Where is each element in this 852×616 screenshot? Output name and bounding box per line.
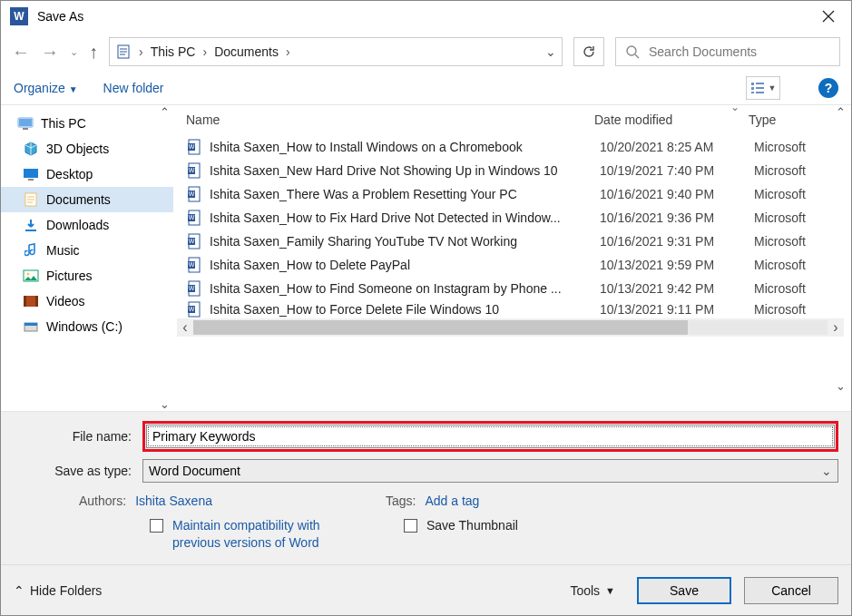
sidebar-item-videos[interactable]: Videos	[1, 288, 173, 314]
file-date: 10/16/2021 9:36 PM	[591, 210, 745, 225]
filename-input[interactable]	[146, 425, 835, 448]
recent-dropdown[interactable]: ⌄	[70, 46, 78, 58]
file-row[interactable]: WIshita Saxen_How to Fix Hard Drive Not …	[173, 206, 851, 230]
svg-rect-16	[23, 128, 28, 130]
authors-value[interactable]: Ishita Saxena	[135, 494, 212, 508]
sidebar-scroll-up[interactable]: ⌃	[157, 105, 171, 119]
sidebar-item-pictures[interactable]: Pictures	[1, 263, 173, 288]
help-button[interactable]: ?	[818, 78, 838, 98]
close-button[interactable]	[815, 3, 842, 30]
file-date: 10/19/2021 7:40 PM	[591, 163, 745, 178]
sidebar-item-label: Documents	[46, 192, 111, 207]
file-row[interactable]: WIshita Saxen_Family Sharing YouTube TV …	[173, 230, 851, 253]
file-name: Ishita Saxen_How to Delete PayPal	[210, 258, 591, 272]
chevron-right-icon: ›	[199, 44, 211, 59]
svg-rect-9	[751, 87, 754, 90]
svg-rect-27	[24, 296, 26, 307]
horizontal-scrollbar[interactable]: ‹ ›	[177, 318, 844, 337]
save-thumbnail-checkbox[interactable]	[404, 519, 417, 533]
file-row[interactable]: WIshita Saxen_How to Force Delete File W…	[173, 300, 851, 318]
folder-icon	[23, 192, 39, 207]
file-rows: WIshita Saxen_How to Install Windows on …	[173, 135, 851, 318]
file-row[interactable]: WIshita Saxen_There Was a Problem Resett…	[173, 182, 851, 206]
body-area: ⌃ ⌄ This PC3D ObjectsDesktopDocumentsDow…	[1, 104, 851, 412]
view-options-button[interactable]: ▼	[746, 76, 780, 100]
svg-text:W: W	[189, 167, 195, 173]
maintain-compat-label[interactable]: Maintain compatibility with previous ver…	[172, 517, 345, 552]
sidebar-item-documents[interactable]: Documents	[1, 187, 173, 212]
svg-text:W: W	[189, 285, 195, 291]
savetype-dropdown[interactable]: Word Document ⌄	[142, 459, 838, 483]
file-name: Ishita Saxen_There Was a Problem Resetti…	[210, 187, 591, 201]
file-row[interactable]: WIshita Saxen_How to Delete PayPal10/13/…	[173, 253, 851, 277]
chevron-down-icon: ▼	[605, 585, 615, 596]
svg-text:W: W	[189, 214, 195, 220]
file-row[interactable]: WIshita Saxen_How to Install Windows on …	[173, 135, 851, 159]
file-name: Ishita Saxen_How to Force Delete File Wi…	[210, 302, 591, 317]
file-name: Ishita Saxen_How to Fix Hard Drive Not D…	[210, 210, 591, 225]
titlebar: W Save As	[1, 1, 851, 32]
filelist-scroll-up[interactable]: ⌃	[833, 105, 847, 119]
folder-icon	[23, 243, 39, 258]
breadcrumb-this-pc[interactable]: This PC	[151, 44, 196, 59]
sidebar-item-label: Downloads	[46, 218, 109, 232]
svg-rect-30	[24, 323, 37, 326]
breadcrumb-documents[interactable]: Documents	[214, 44, 279, 59]
cancel-button[interactable]: Cancel	[744, 577, 838, 604]
forward-button[interactable]: →	[41, 42, 59, 63]
tags-label: Tags:	[386, 494, 416, 508]
word-file-icon: W	[186, 301, 202, 318]
save-thumbnail-label[interactable]: Save Thumbnail	[426, 517, 518, 534]
file-date: 10/16/2021 9:40 PM	[591, 187, 745, 201]
breadcrumb[interactable]: › This PC › Documents › ⌄	[109, 37, 563, 66]
up-button[interactable]: ↑	[89, 42, 98, 63]
organize-menu[interactable]: Organize ▼	[14, 81, 78, 95]
maintain-compat-checkbox[interactable]	[150, 519, 163, 533]
refresh-button[interactable]	[573, 37, 604, 66]
save-button[interactable]: Save	[637, 577, 731, 604]
tools-menu[interactable]: Tools ▼	[570, 583, 615, 598]
column-headers: Name Date modified⌄ Type	[173, 105, 851, 135]
chevron-down-icon: ⌄	[821, 464, 832, 478]
sidebar-item-label: Videos	[46, 294, 85, 308]
scrollbar-thumb[interactable]	[193, 320, 688, 335]
chevron-up-icon: ⌃	[14, 583, 24, 598]
folder-icon	[23, 294, 39, 308]
scroll-right-icon[interactable]: ›	[828, 319, 844, 336]
save-as-dialog: W Save As ← → ⌄ ↑ › This PC › Documents …	[0, 0, 852, 616]
list-icon	[750, 82, 765, 94]
column-type[interactable]: Type	[739, 112, 838, 127]
back-button[interactable]: ←	[12, 42, 30, 63]
column-date[interactable]: Date modified⌄	[585, 112, 739, 127]
search-box[interactable]: Search Documents	[615, 37, 840, 66]
filelist-scroll-down[interactable]: ⌄	[833, 379, 847, 393]
word-file-icon: W	[186, 233, 202, 249]
file-name: Ishita Saxen_Family Sharing YouTube TV N…	[210, 234, 591, 249]
sidebar-item-music[interactable]: Music	[1, 238, 173, 263]
word-file-icon: W	[186, 210, 202, 226]
hide-folders-button[interactable]: ⌃ Hide Folders	[14, 583, 102, 598]
svg-text:W: W	[189, 261, 195, 268]
file-type: Microsoft	[745, 281, 838, 296]
svg-text:W: W	[189, 143, 195, 150]
document-icon	[115, 44, 132, 60]
file-list-area: ⌃ ⌄ Name Date modified⌄ Type WIshita Sax…	[173, 105, 851, 411]
sidebar-scroll-down[interactable]: ⌄	[157, 397, 171, 411]
file-row[interactable]: WIshita Saxen_How to Find Someone on Ins…	[173, 277, 851, 300]
file-date: 10/13/2021 9:42 PM	[591, 281, 745, 296]
chevron-right-icon: ›	[282, 44, 294, 59]
sidebar-item-3d-objects[interactable]: 3D Objects	[1, 136, 173, 161]
scroll-left-icon[interactable]: ‹	[177, 319, 193, 336]
breadcrumb-dropdown[interactable]: ⌄	[545, 44, 556, 59]
file-row[interactable]: WIshita Saxen_New Hard Drive Not Showing…	[173, 159, 851, 182]
sidebar-item-label: This PC	[41, 116, 86, 131]
svg-rect-18	[28, 179, 34, 181]
sidebar-item-desktop[interactable]: Desktop	[1, 161, 173, 187]
tags-value[interactable]: Add a tag	[425, 494, 479, 508]
sidebar-item-this-pc[interactable]: This PC	[1, 111, 173, 136]
svg-rect-17	[24, 169, 38, 178]
new-folder-button[interactable]: New folder	[103, 81, 164, 95]
column-name[interactable]: Name	[186, 112, 585, 127]
sidebar-item-windows-c-[interactable]: Windows (C:)	[1, 314, 173, 339]
sidebar-item-downloads[interactable]: Downloads	[1, 212, 173, 238]
